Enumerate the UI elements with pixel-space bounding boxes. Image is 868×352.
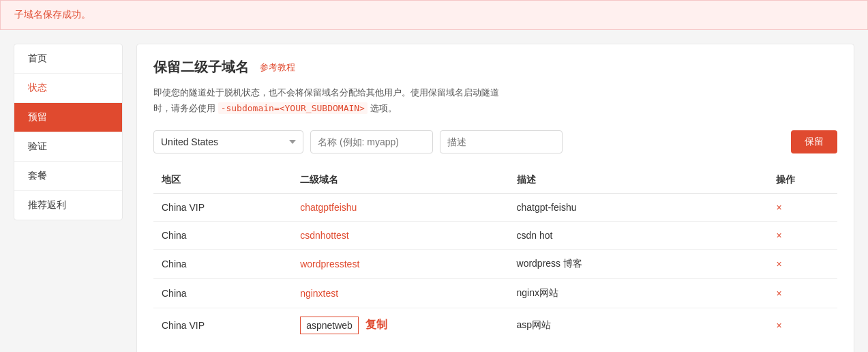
form-row: United States China China VIP Europe Asi… (153, 130, 837, 153)
col-header-action: 操作 (768, 167, 837, 194)
subdomain-cell: nginxtest (292, 278, 508, 308)
subdomain-cell-highlighted: aspnetweb 复制 (292, 308, 508, 342)
action-cell: × (768, 193, 837, 221)
tutorial-link[interactable]: 参考教程 (260, 61, 295, 74)
sidebar-item-verify[interactable]: 验证 (14, 132, 122, 162)
desc-line2: 时，请务必使用 (153, 103, 215, 113)
success-banner: 子域名保存成功。 (0, 0, 868, 30)
region-cell: China VIP (153, 193, 292, 221)
sidebar-item-reserve[interactable]: 预留 (14, 103, 122, 132)
sidebar: 首页 状态 预留 验证 套餐 推荐返利 (14, 44, 123, 220)
table-row: China nginxtest nginx网站 × (153, 278, 837, 308)
table-row: China wordpresstest wordpress 博客 × (153, 249, 837, 278)
sidebar-item-home[interactable]: 首页 (14, 44, 122, 74)
sidebar-item-package[interactable]: 套餐 (14, 162, 122, 191)
delete-button[interactable]: × (776, 259, 781, 269)
subdomain-link[interactable]: csdnhottest (300, 230, 349, 241)
desc-cell: nginx网站 (509, 278, 768, 308)
highlighted-cell: aspnetweb 复制 (300, 317, 387, 334)
success-message: 子域名保存成功。 (14, 9, 91, 20)
subdomain-link[interactable]: chatgptfeishu (300, 202, 357, 213)
page-header: 保留二级子域名 参考教程 (153, 58, 837, 76)
sidebar-item-status[interactable]: 状态 (14, 74, 122, 103)
action-cell: × (768, 249, 837, 278)
col-header-desc: 描述 (509, 167, 768, 194)
region-cell: China VIP (153, 308, 292, 342)
delete-button[interactable]: × (776, 230, 781, 241)
delete-button[interactable]: × (776, 288, 781, 299)
subdomain-link[interactable]: wordpresstest (300, 259, 359, 269)
table-row: China VIP aspnetweb 复制 asp网站 × (153, 308, 837, 342)
delete-button[interactable]: × (776, 202, 781, 213)
page-title: 保留二级子域名 (153, 58, 249, 76)
content-area: 保留二级子域名 参考教程 即使您的隧道处于脱机状态，也不会将保留域名分配给其他用… (136, 44, 854, 352)
col-header-subdomain: 二级域名 (292, 167, 508, 194)
subdomain-table: 地区 二级域名 描述 操作 China VIP chatgptfeishu ch… (153, 167, 837, 342)
copy-button[interactable]: 复制 (365, 318, 387, 332)
action-cell: × (768, 221, 837, 249)
save-button[interactable]: 保留 (791, 130, 837, 153)
subdomain-link[interactable]: nginxtest (300, 288, 338, 299)
page-description: 即使您的隧道处于脱机状态，也不会将保留域名分配给其他用户。使用保留域名启动隧道 … (153, 85, 837, 117)
table-row: China VIP chatgptfeishu chatgpt-feishu × (153, 193, 837, 221)
name-input[interactable] (310, 130, 433, 153)
action-cell: × (768, 308, 837, 342)
region-select[interactable]: United States China China VIP Europe Asi… (153, 130, 303, 153)
table-header-row: 地区 二级域名 描述 操作 (153, 167, 837, 194)
desc-cell: csdn hot (509, 221, 768, 249)
subdomain-cell: wordpresstest (292, 249, 508, 278)
desc-cell: wordpress 博客 (509, 249, 768, 278)
action-cell: × (768, 278, 837, 308)
col-header-region: 地区 (153, 167, 292, 194)
desc-cell: chatgpt-feishu (509, 193, 768, 221)
sidebar-item-referral[interactable]: 推荐返利 (14, 191, 122, 220)
subdomain-cell: csdnhottest (292, 221, 508, 249)
subdomain-cell: chatgptfeishu (292, 193, 508, 221)
main-wrapper: 首页 状态 预留 验证 套餐 推荐返利 保留二级子域名 参考教程 即使您的隧道处… (0, 30, 868, 352)
desc-cell: asp网站 (509, 308, 768, 342)
region-cell: China (153, 221, 292, 249)
delete-button[interactable]: × (776, 320, 781, 331)
desc-line1: 即使您的隧道处于脱机状态，也不会将保留域名分配给其他用户。使用保留域名启动隧道 (153, 87, 499, 98)
desc-input[interactable] (440, 130, 563, 153)
region-cell: China (153, 278, 292, 308)
desc-code: -subdomain=<YOUR_SUBDOMAIN> (218, 102, 368, 114)
table-row: China csdnhottest csdn hot × (153, 221, 837, 249)
region-cell: China (153, 249, 292, 278)
highlighted-subdomain: aspnetweb (300, 317, 359, 334)
desc-line3: 选项。 (370, 103, 397, 113)
